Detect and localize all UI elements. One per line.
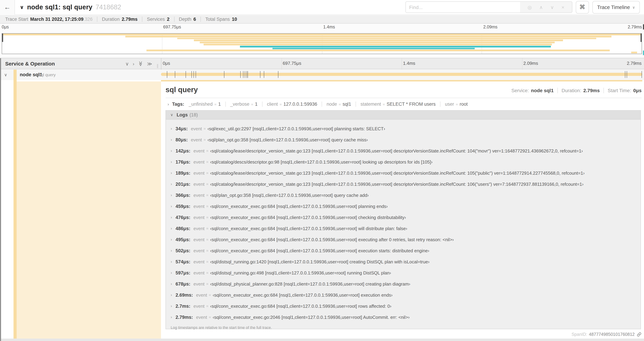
span-detail-accent bbox=[161, 80, 642, 81]
log-entry[interactable]: › 2.79ms: event = ‹sql/conn_executor_exe… bbox=[166, 311, 640, 323]
log-entry[interactable]: › 366μs: event = ‹sql/plan_opt.go:358 [n… bbox=[166, 190, 640, 201]
log-marker-tick bbox=[248, 71, 248, 78]
chevron-right-icon: › bbox=[171, 138, 176, 142]
log-entry[interactable]: › 142μs: event = ‹sql/catalog/lease/desc… bbox=[166, 145, 640, 156]
log-entry[interactable]: › 2.69ms: event = ‹sql/conn_executor_exe… bbox=[166, 289, 640, 300]
log-timestamp: 176μs: bbox=[176, 159, 190, 164]
find-input[interactable] bbox=[406, 2, 520, 13]
right-scrollbar-thumb[interactable] bbox=[643, 24, 644, 30]
locate-icon[interactable]: ◎ bbox=[528, 4, 532, 10]
tags-row[interactable]: › Tags: _unfinished = 1 _verbose = 1 cli… bbox=[168, 101, 468, 107]
trace-view-selector[interactable]: Trace Timeline ∨ bbox=[592, 1, 640, 13]
log-field-key: event bbox=[194, 204, 205, 209]
tag-item[interactable]: _verbose = 1 bbox=[225, 102, 258, 107]
tag-item[interactable]: client = 127.0.0.1:59936 bbox=[262, 102, 317, 107]
left-scroll-strip[interactable] bbox=[0, 58, 1, 341]
log-entry[interactable]: › 201μs: event = ‹sql/catalog/lease/desc… bbox=[166, 178, 640, 190]
logs-label: Logs bbox=[176, 112, 188, 118]
back-button[interactable]: ← bbox=[0, 0, 15, 14]
log-entry[interactable]: › 476μs: event = ‹sql/conn_executor_exec… bbox=[166, 212, 640, 223]
minimap-axis-label: 0μs bbox=[2, 25, 9, 30]
meta-label: Duration: bbox=[562, 88, 581, 93]
minimap-left-scrubber[interactable] bbox=[2, 34, 3, 42]
log-entry[interactable]: › 678μs: event = ‹sql/distsql_physical_p… bbox=[166, 278, 640, 289]
minimap-canvas[interactable] bbox=[2, 33, 642, 54]
next-result-icon[interactable]: ∨ bbox=[550, 4, 554, 10]
chevron-right-icon[interactable]: › bbox=[168, 102, 169, 107]
log-timestamp: 2.69ms: bbox=[176, 292, 193, 297]
log-field-key: event bbox=[194, 248, 205, 253]
log-marker-tick bbox=[642, 71, 642, 78]
tag-item[interactable]: user = root bbox=[440, 102, 468, 107]
chevron-right-icon: › bbox=[171, 204, 176, 208]
log-field-key: event bbox=[194, 192, 205, 198]
log-field-key: event bbox=[196, 292, 207, 297]
timeline-axis-label: 2.79ms bbox=[627, 61, 642, 66]
minimap-span-bar bbox=[204, 44, 552, 45]
chevron-right-icon: › bbox=[171, 293, 176, 297]
log-entry[interactable]: › 80μs: event = ‹sql/plan_opt.go:358 [ns… bbox=[166, 134, 640, 145]
log-entry[interactable]: › 597μs: event = ‹sql/distsql_running.go… bbox=[166, 267, 640, 278]
log-entry[interactable]: › 2.7ms: event = ‹sql/conn_executor_exec… bbox=[166, 300, 640, 311]
chevron-right-icon: › bbox=[171, 160, 176, 164]
tag-key: _verbose bbox=[230, 102, 249, 107]
clear-search-icon[interactable]: × bbox=[562, 4, 564, 10]
tag-item[interactable]: _unfinished = 1 bbox=[189, 102, 221, 107]
column-title: Service & Operation bbox=[5, 61, 55, 67]
collapse-one-icon[interactable]: ∨ bbox=[125, 61, 129, 66]
trace-id: 7418682 bbox=[96, 3, 121, 11]
expand-one-icon[interactable]: › bbox=[133, 61, 134, 66]
minimap-axis-label: 2.09ms bbox=[483, 25, 498, 30]
log-field-key: event bbox=[194, 237, 205, 242]
row-collapse-icon[interactable]: ∨ bbox=[4, 72, 7, 77]
summary-label: Duration bbox=[102, 17, 120, 22]
tags-label: Tags: bbox=[172, 102, 184, 107]
log-marker-tick bbox=[175, 71, 175, 78]
equals-sign: = bbox=[206, 215, 208, 219]
detail-operation-title: sql query bbox=[166, 85, 198, 94]
minimap-axis-label: 2.79ms bbox=[628, 25, 642, 30]
span-duration-bar[interactable] bbox=[161, 73, 642, 76]
tag-value: 1 bbox=[218, 102, 221, 107]
column-resizer-handle[interactable]: ∥ bbox=[156, 63, 158, 68]
log-entry[interactable]: › 495μs: event = ‹sql/conn_executor_exec… bbox=[166, 234, 640, 245]
keyboard-shortcuts-button[interactable]: ⌘ bbox=[576, 1, 589, 13]
equals-sign: = bbox=[206, 182, 208, 186]
log-entry[interactable]: › 459μs: event = ‹sql/conn_executor_exec… bbox=[166, 201, 640, 212]
log-timestamp: 366μs: bbox=[176, 192, 190, 198]
minimap-right-scrubber[interactable] bbox=[640, 34, 642, 42]
log-entry[interactable]: › 189μs: event = ‹sql/catalog/lease/desc… bbox=[166, 167, 640, 178]
expand-all-icon[interactable]: ≫ bbox=[147, 61, 152, 66]
service-color-stripe bbox=[14, 70, 16, 341]
link-icon[interactable] bbox=[637, 332, 642, 337]
page-title: node sql1: sql query bbox=[27, 3, 92, 11]
prev-result-icon[interactable]: ∧ bbox=[539, 4, 543, 10]
tag-item[interactable]: node = sql1 bbox=[322, 102, 351, 107]
equals-sign: = bbox=[206, 259, 208, 264]
command-icon: ⌘ bbox=[580, 4, 585, 11]
tag-key: _unfinished bbox=[189, 102, 212, 107]
log-field-key: event bbox=[194, 148, 205, 153]
log-entry[interactable]: › 34μs: event = ‹sql/exec_util.go:2297 [… bbox=[166, 123, 640, 134]
collapse-all-icon[interactable]: ≫ bbox=[138, 61, 144, 66]
log-marker-tick bbox=[224, 71, 224, 78]
log-entry[interactable]: › 574μs: event = ‹sql/distsql_running.go… bbox=[166, 256, 640, 267]
tag-item[interactable]: statement = SELECT * FROM users bbox=[356, 102, 436, 107]
log-entry[interactable]: › 176μs: event = ‹sql/catalog/descs/desc… bbox=[166, 156, 640, 167]
chevron-right-icon: › bbox=[171, 193, 176, 197]
log-entry[interactable]: › 502μs: event = ‹sql/conn_executor_exec… bbox=[166, 245, 640, 256]
span-row[interactable]: ∨ node sql1 sql query bbox=[0, 70, 644, 80]
chevron-right-icon: › bbox=[171, 237, 176, 241]
log-timestamp: 2.79ms: bbox=[176, 314, 193, 320]
log-field-key: event bbox=[194, 303, 205, 308]
log-entry[interactable]: › 486μs: event = ‹sql/conn_executor_exec… bbox=[166, 223, 640, 234]
tag-value: 127.0.0.1:59936 bbox=[284, 102, 317, 107]
tag-value: sql1 bbox=[342, 102, 351, 107]
trace-page: ← ∨ node sql1: sql query 7418682 ◎ ∧ ∨ ×… bbox=[0, 0, 644, 341]
summary-suffix: .326 bbox=[84, 17, 92, 22]
logs-header[interactable]: ∨ Logs (18) bbox=[166, 111, 640, 120]
minimap-span-bar bbox=[240, 46, 551, 48]
chevron-right-icon: › bbox=[171, 271, 176, 275]
log-field-value: ‹sql/catalog/lease/descriptor_version_st… bbox=[210, 181, 584, 187]
trace-collapse-icon[interactable]: ∨ bbox=[20, 4, 24, 10]
